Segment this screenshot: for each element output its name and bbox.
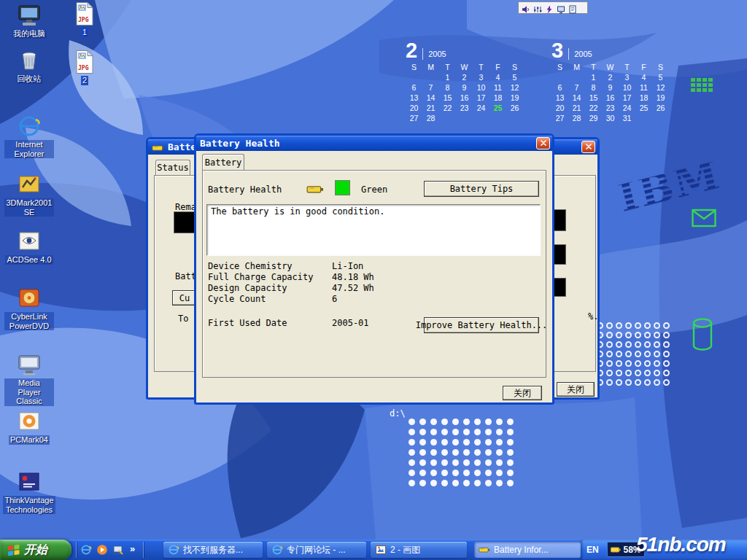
mixer-icon[interactable] [533, 4, 542, 12]
battery-health-titlebar[interactable]: Battery Health [196, 136, 552, 151]
desktop-icon-recycle-bin[interactable]: 回收站 [4, 48, 54, 84]
calendar-day-header: M [422, 63, 439, 73]
monitor-icon[interactable] [557, 4, 565, 12]
document-icon[interactable] [568, 4, 577, 12]
tab-status[interactable]: Status [155, 160, 190, 175]
dot [625, 332, 632, 338]
taskbar-button-label: 专门网论坛 - ... [287, 544, 346, 556]
condition-textbox[interactable]: The battery is in good condition. [206, 204, 541, 256]
media-player-quicklaunch-icon[interactable] [96, 544, 108, 556]
dot [616, 332, 622, 338]
calendar-day: 23 [456, 104, 473, 114]
calendar-day: 16 [602, 93, 619, 104]
ie-icon [271, 544, 283, 556]
calendar-day: 9 [456, 83, 473, 93]
desktop-icon-thinkvantage[interactable]: ThinkVantage Technologies [4, 470, 54, 514]
cu-button-fragment[interactable]: Cu [172, 290, 197, 306]
tab-battery[interactable]: Battery [202, 154, 244, 170]
floating-toolbar [518, 1, 588, 14]
3dmark2001-icon [17, 172, 42, 197]
dot [663, 351, 670, 357]
info-close-button[interactable] [581, 141, 595, 153]
dot [635, 370, 641, 376]
calendar-day: 19 [506, 93, 523, 104]
speaker-icon[interactable] [522, 4, 530, 12]
desktop-icon-label: 回收站 [16, 74, 43, 84]
calendar-day-header: S [506, 63, 523, 73]
taskbar-button-ie-window-2[interactable]: 专门网论坛 - ... [267, 542, 366, 558]
taskbar-button-battery-info-window[interactable]: Battery Infor... [474, 542, 581, 558]
dot [485, 429, 492, 435]
condition-text: The battery is in good condition. [211, 206, 384, 217]
dot [496, 449, 503, 456]
dot [409, 480, 415, 486]
calendar-month: 3 [551, 41, 563, 60]
dot [507, 439, 514, 446]
dot [635, 351, 641, 357]
battery-health-body: Battery Battery Health Green Battery Tip… [196, 151, 552, 402]
dot [430, 439, 437, 446]
desktop-icon-internet-explorer[interactable]: Internet Explorer [4, 114, 54, 158]
field-value: 48.18 Wh [332, 272, 374, 282]
dot [496, 470, 503, 476]
quicklaunch-more-chevron[interactable]: » [130, 543, 135, 554]
calendar-day [652, 114, 669, 124]
start-button[interactable]: 开始 [0, 540, 71, 560]
ie-quicklaunch-icon[interactable] [80, 544, 92, 556]
dot [419, 459, 426, 466]
desktop-icon-pcmark04[interactable]: PCMark04 [4, 409, 54, 445]
internet-explorer-icon [17, 114, 42, 139]
close-icon [585, 141, 592, 152]
taskbar-button-ie-window-1[interactable]: 找不到服务器... [163, 542, 263, 558]
lightning-icon[interactable] [545, 4, 554, 12]
dot [635, 379, 641, 386]
dot [616, 341, 622, 348]
show-desktop-quicklaunch-icon[interactable] [112, 544, 124, 556]
taskbar-button-paint-window[interactable]: 2 - 画图 [371, 542, 467, 558]
calendar-day [439, 114, 456, 124]
watermark: 51nb.com [636, 533, 726, 556]
desktop-file-1[interactable]: JPG1 [69, 1, 101, 37]
calendar-day: 3 [473, 73, 489, 83]
dot [644, 322, 651, 329]
desktop-icon-media-player-classic[interactable]: Media Player Classic [4, 352, 54, 406]
calendar-day: 5 [652, 73, 669, 83]
dot [463, 439, 470, 446]
dot [507, 419, 514, 425]
improve-battery-health-label: Improve Battery Health... [416, 320, 548, 330]
dot [430, 459, 437, 466]
dot [625, 360, 632, 367]
calendar-day-header: T [439, 63, 456, 73]
calendar-day [551, 73, 568, 83]
media-player-classic-icon [17, 352, 42, 377]
battery-field-row: Full Charge Capacity48.18 Wh [208, 271, 533, 282]
health-close-x-button[interactable] [536, 137, 550, 149]
calendar-day: 3 [619, 73, 635, 83]
desktop-file-label: 1 [81, 28, 88, 37]
language-indicator[interactable]: EN [587, 545, 599, 555]
info-close-button-bottom[interactable]: 关闭 [557, 382, 595, 397]
dot [485, 459, 492, 466]
desktop-screen: IBM d:\ 我的电脑回收站Internet Explorer3DMark20… [0, 0, 747, 560]
desktop-icon-3dmark2001[interactable]: 3DMark2001 SE [4, 172, 54, 217]
battery-tips-button[interactable]: Battery Tips [424, 181, 539, 197]
desktop-icon-my-computer[interactable]: 我的电脑 [4, 3, 54, 39]
desktop-file-2[interactable]: JPG2 [69, 50, 101, 85]
improve-battery-health-button[interactable]: Improve Battery Health... [424, 317, 539, 333]
desktop-icon-powerdvd[interactable]: CyberLink PowerDVD [4, 286, 54, 330]
desktop-icon-acdsee[interactable]: ACDSee 4.0 [4, 229, 54, 265]
dot [452, 480, 459, 486]
calendar-day-header: F [635, 63, 652, 73]
calendar-day: 20 [406, 104, 422, 114]
field-label: Full Charge Capacity [208, 272, 332, 282]
dot [507, 429, 514, 435]
svg-text:JPG: JPG [78, 17, 89, 23]
calendar-day-header: W [602, 63, 619, 73]
dot [441, 419, 448, 425]
health-close-button[interactable]: 关闭 [503, 386, 542, 400]
tab-status-label: Status [157, 163, 188, 173]
battery-field-row: Device ChemistryLi-Ion [208, 260, 533, 271]
calendar-day: 2 [456, 73, 473, 83]
dot [452, 449, 459, 456]
dot [474, 429, 481, 435]
